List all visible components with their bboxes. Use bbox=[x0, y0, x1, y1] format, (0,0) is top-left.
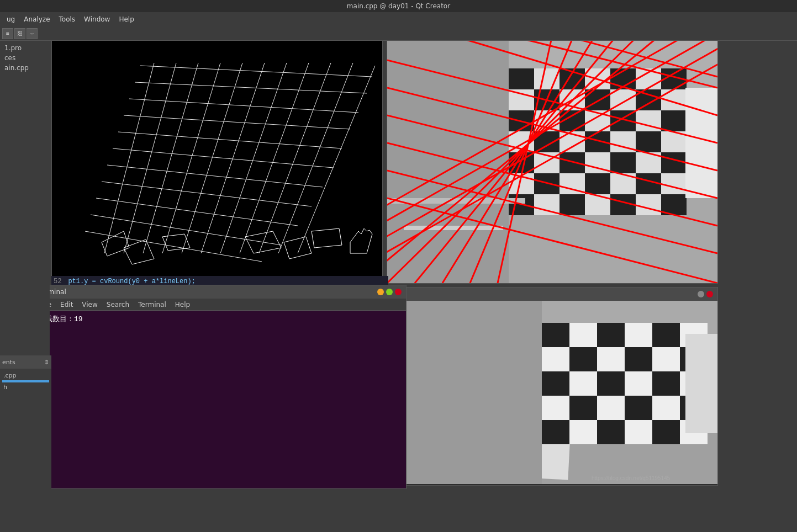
svg-rect-105 bbox=[569, 323, 597, 347]
menu-bar: ug Analyze Tools Window Help bbox=[0, 12, 797, 26]
filter-button[interactable]: ≡ bbox=[2, 28, 13, 39]
houghlines-window: HoughLines bbox=[51, 19, 383, 284]
toolbar: ≡ ⛓ ↔ bbox=[0, 26, 797, 41]
terminal-titlebar: Terminal bbox=[34, 285, 406, 299]
doc-item-cpp[interactable]: .cpp bbox=[2, 371, 49, 380]
svg-text:https://blog.csdn.net/q5119514: https://blog.csdn.net/q51195145 bbox=[592, 475, 671, 481]
svg-rect-106 bbox=[597, 323, 625, 347]
expand-button[interactable]: ↔ bbox=[27, 28, 38, 39]
sort-icon[interactable]: ⇕ bbox=[44, 359, 49, 366]
svg-rect-38 bbox=[585, 89, 610, 110]
svg-rect-66 bbox=[585, 173, 610, 194]
gray-controls bbox=[698, 291, 713, 297]
svg-rect-80 bbox=[685, 88, 717, 198]
gray-close-btn[interactable] bbox=[706, 291, 713, 297]
svg-rect-132 bbox=[652, 420, 680, 444]
svg-rect-35 bbox=[509, 89, 534, 110]
menu-window[interactable]: Window bbox=[80, 14, 114, 24]
gray-minimize-btn[interactable] bbox=[698, 291, 704, 297]
svg-rect-113 bbox=[625, 347, 652, 371]
left-bottom-panel: ents ⇕ .cpp h bbox=[0, 355, 51, 532]
terminal-menu-search[interactable]: Search bbox=[102, 300, 134, 310]
svg-rect-108 bbox=[652, 323, 680, 347]
menu-help[interactable]: Help bbox=[114, 14, 138, 24]
terminal-menu-terminal[interactable]: Terminal bbox=[134, 300, 171, 310]
terminal-minimize-btn[interactable] bbox=[377, 289, 384, 295]
code-text: pt1.y = cvRound(y0 + a*lineLen); bbox=[68, 278, 195, 285]
doc-item-h[interactable]: h bbox=[2, 382, 49, 392]
terminal-menu: File Edit View Search Terminal Help bbox=[34, 299, 406, 311]
link-button[interactable]: ⛓ bbox=[14, 28, 25, 39]
terminal-close-btn[interactable] bbox=[395, 289, 402, 295]
sidebar-item-pro[interactable]: 1.pro bbox=[2, 43, 47, 53]
sidebar-item-maincpp[interactable]: ain.cpp bbox=[2, 63, 47, 73]
svg-rect-52 bbox=[585, 131, 610, 152]
svg-rect-62 bbox=[661, 152, 687, 173]
houghlines-canvas bbox=[52, 33, 382, 283]
left-bottom-content: .cpp h bbox=[0, 369, 51, 394]
svg-rect-129 bbox=[569, 420, 597, 444]
svg-rect-119 bbox=[625, 371, 652, 396]
svg-rect-124 bbox=[597, 396, 625, 420]
svg-rect-28 bbox=[509, 68, 534, 89]
svg-rect-112 bbox=[597, 347, 625, 371]
terminal-controls bbox=[377, 289, 402, 295]
svg-rect-128 bbox=[542, 420, 569, 444]
terminal-maximize-btn[interactable] bbox=[386, 289, 393, 295]
svg-rect-126 bbox=[652, 396, 680, 420]
svg-rect-58 bbox=[560, 152, 585, 173]
svg-rect-54 bbox=[636, 131, 661, 152]
title-bar: main.cpp @ day01 - Qt Creator bbox=[0, 0, 797, 12]
terminal-menu-view[interactable]: View bbox=[77, 300, 102, 310]
svg-rect-111 bbox=[569, 347, 597, 371]
svg-rect-117 bbox=[569, 371, 597, 396]
left-bottom-title: ents bbox=[2, 359, 15, 366]
svg-rect-60 bbox=[610, 152, 636, 173]
menu-analyze[interactable]: Analyze bbox=[19, 14, 54, 24]
svg-rect-118 bbox=[597, 371, 625, 396]
svg-rect-104 bbox=[542, 323, 569, 347]
svg-rect-110 bbox=[542, 347, 569, 371]
svg-rect-69 bbox=[661, 173, 687, 194]
svg-rect-135 bbox=[387, 301, 542, 484]
svg-rect-131 bbox=[625, 420, 652, 444]
terminal-cursor-line: █ bbox=[38, 324, 402, 332]
sidebar-item-ces[interactable]: ces bbox=[2, 53, 47, 63]
terminal-window: Terminal File Edit View Search Terminal … bbox=[33, 285, 407, 489]
terminal-menu-edit[interactable]: Edit bbox=[56, 300, 77, 310]
svg-rect-79 bbox=[404, 226, 503, 230]
svg-rect-75 bbox=[636, 194, 661, 215]
gray-window: gray bbox=[387, 287, 718, 486]
menu-tools[interactable]: Tools bbox=[55, 14, 80, 24]
svg-rect-125 bbox=[625, 396, 652, 420]
left-bottom-header: ents ⇕ bbox=[0, 355, 51, 369]
gray-titlebar: gray bbox=[387, 288, 717, 301]
svg-rect-134 bbox=[685, 334, 717, 433]
terminal-content: 直线数目：19 █ bbox=[34, 311, 406, 488]
svg-rect-122 bbox=[542, 396, 569, 420]
svg-rect-120 bbox=[652, 371, 680, 396]
menu-ug[interactable]: ug bbox=[2, 14, 19, 24]
svg-rect-123 bbox=[569, 396, 597, 420]
terminal-menu-help[interactable]: Help bbox=[171, 300, 194, 310]
svg-rect-72 bbox=[560, 194, 585, 215]
svg-rect-114 bbox=[652, 347, 680, 371]
svg-rect-130 bbox=[597, 420, 625, 444]
title-text: main.cpp @ day01 - Qt Creator bbox=[347, 2, 450, 10]
terminal-line1: 直线数目：19 bbox=[38, 314, 402, 324]
svg-rect-107 bbox=[625, 323, 652, 347]
code-line-number: 52 bbox=[54, 278, 61, 285]
src-window: src var cols = 8, rows = 7; var x0=210, … bbox=[387, 19, 718, 284]
svg-rect-48 bbox=[661, 110, 687, 131]
svg-rect-116 bbox=[542, 371, 569, 396]
